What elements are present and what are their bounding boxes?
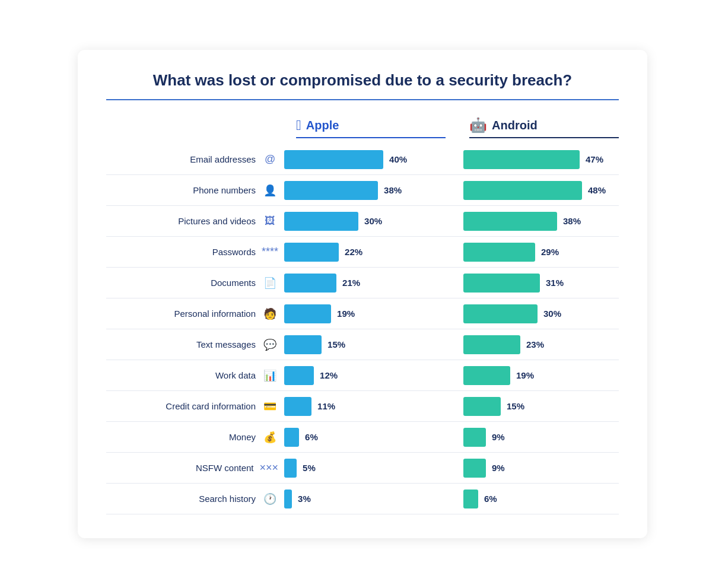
row-icon: 💳 xyxy=(262,400,278,413)
apple-icon:  xyxy=(296,117,301,134)
apple-pct: 21% xyxy=(342,278,360,288)
android-icon: 🤖 xyxy=(469,117,487,134)
apple-bar xyxy=(284,428,299,447)
apple-bar-group: 12% xyxy=(284,366,440,385)
apple-pct: 6% xyxy=(305,432,318,442)
android-bar-group: 23% xyxy=(463,335,619,354)
apple-label: Apple xyxy=(306,119,339,132)
chart-card: What was lost or compromised due to a se… xyxy=(78,50,647,538)
apple-bar-group: 5% xyxy=(284,459,440,478)
table-row: Search history 🕐 3% 6% xyxy=(106,484,619,514)
android-pct: 15% xyxy=(507,401,524,411)
row-label-area: NSFW content ××× xyxy=(106,462,284,474)
apple-bar xyxy=(284,366,314,385)
apple-pct: 12% xyxy=(320,370,338,380)
apple-bar-group: 19% xyxy=(284,304,440,323)
apple-bar-group: 21% xyxy=(284,274,440,293)
row-label: Pictures and videos xyxy=(178,216,256,226)
apple-bar-group: 40% xyxy=(284,150,440,169)
android-pct: 23% xyxy=(526,339,544,349)
apple-bar-group: 3% xyxy=(284,490,440,508)
row-label-area: Text messages 💬 xyxy=(106,338,284,351)
row-label: Documents xyxy=(211,278,256,288)
apple-bar xyxy=(284,150,383,169)
table-row: Credit card information 💳 11% 15% xyxy=(106,391,619,422)
apple-bar xyxy=(284,181,378,200)
row-icon: 💰 xyxy=(262,431,278,444)
apple-pct: 22% xyxy=(345,247,362,257)
row-icon: 🧑 xyxy=(262,307,278,320)
apple-bar xyxy=(284,459,297,478)
android-bar xyxy=(463,274,540,293)
rows-container: Email addresses @ 40% 47% Phone numbers … xyxy=(106,144,619,514)
android-pct: 19% xyxy=(516,370,534,380)
row-icon: 📊 xyxy=(262,369,278,382)
android-pct: 29% xyxy=(541,247,559,257)
android-bar-group: 31% xyxy=(463,274,619,293)
android-pct: 38% xyxy=(563,216,581,226)
table-row: NSFW content ××× 5% 9% xyxy=(106,453,619,484)
row-label-area: Pictures and videos 🖼 xyxy=(106,215,284,227)
apple-pct: 11% xyxy=(317,401,335,411)
apple-bar xyxy=(284,397,311,416)
android-bar-group: 15% xyxy=(463,397,619,416)
android-bar-group: 30% xyxy=(463,304,619,323)
apple-bar xyxy=(284,304,331,323)
columns-header:  Apple 🤖 Android xyxy=(296,117,619,138)
apple-pct: 5% xyxy=(303,463,316,473)
android-bar xyxy=(463,397,501,416)
apple-pct: 19% xyxy=(337,309,355,319)
android-pct: 47% xyxy=(586,154,603,164)
table-row: Pictures and videos 🖼 30% 38% xyxy=(106,206,619,237)
android-bar-group: 6% xyxy=(463,490,619,508)
android-bar xyxy=(463,212,557,231)
table-row: Phone numbers 👤 38% 48% xyxy=(106,175,619,206)
android-bar-group: 38% xyxy=(463,212,619,231)
apple-pct: 30% xyxy=(364,216,382,226)
apple-bar-group: 15% xyxy=(284,335,440,354)
row-label-area: Credit card information 💳 xyxy=(106,400,284,413)
row-label-area: Phone numbers 👤 xyxy=(106,184,284,197)
apple-column-header:  Apple xyxy=(296,117,446,138)
table-row: Money 💰 6% 9% xyxy=(106,422,619,453)
apple-bar-group: 22% xyxy=(284,243,440,262)
table-row: Documents 📄 21% 31% xyxy=(106,268,619,298)
row-label: NSFW content xyxy=(196,463,254,473)
row-label-area: Personal information 🧑 xyxy=(106,307,284,320)
table-row: Text messages 💬 15% 23% xyxy=(106,329,619,360)
row-icon: **** xyxy=(262,246,278,258)
android-bar-group: 48% xyxy=(463,181,619,200)
android-bar xyxy=(463,366,510,385)
android-bar xyxy=(463,490,478,508)
android-bar xyxy=(463,304,538,323)
row-label-area: Work data 📊 xyxy=(106,369,284,382)
row-icon: ××× xyxy=(260,462,279,474)
apple-bar-group: 38% xyxy=(284,181,440,200)
row-label: Text messages xyxy=(196,339,256,349)
android-bar xyxy=(463,459,486,478)
apple-pct: 38% xyxy=(384,185,402,195)
row-label-area: Passwords **** xyxy=(106,246,284,258)
row-icon: 💬 xyxy=(262,338,278,351)
android-label: Android xyxy=(492,119,538,132)
android-pct: 9% xyxy=(492,463,505,473)
android-pct: 30% xyxy=(543,309,561,319)
row-label: Credit card information xyxy=(166,401,256,411)
android-column-header: 🤖 Android xyxy=(469,117,619,138)
row-icon: 🕐 xyxy=(262,492,278,506)
table-row: Email addresses @ 40% 47% xyxy=(106,144,619,175)
row-label: Work data xyxy=(215,370,256,380)
apple-bar xyxy=(284,212,358,231)
android-bar-group: 9% xyxy=(463,428,619,447)
row-label: Personal information xyxy=(174,309,256,319)
android-bar-group: 9% xyxy=(463,459,619,478)
table-row: Work data 📊 12% 19% xyxy=(106,360,619,391)
apple-bar xyxy=(284,490,292,508)
row-label: Search history xyxy=(199,494,256,504)
apple-bar xyxy=(284,243,339,262)
android-bar-group: 47% xyxy=(463,150,619,169)
apple-pct: 15% xyxy=(327,339,345,349)
apple-pct: 3% xyxy=(298,494,311,504)
row-icon: 👤 xyxy=(262,184,278,197)
row-label: Passwords xyxy=(212,247,256,257)
